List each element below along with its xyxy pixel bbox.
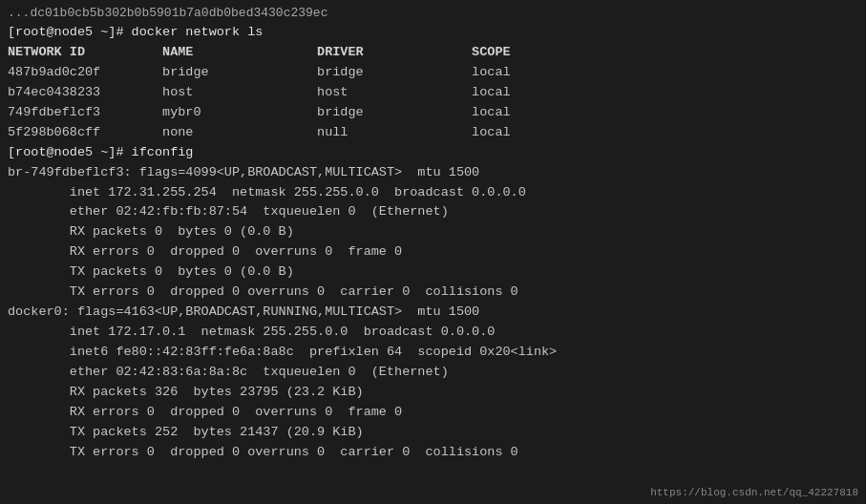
terminal-window: ...dc01b0cb5b302b0b5901b7a0db0bed3430c23… xyxy=(0,0,866,504)
iface2-inet6: inet6 fe80::42:83ff:fe6a:8a8c prefixlen … xyxy=(8,343,858,363)
iface1-txerr: TX errors 0 dropped 0 overruns 0 carrier… xyxy=(8,283,858,303)
iface2-rxerr: RX errors 0 dropped 0 overruns 0 frame 0 xyxy=(8,403,858,423)
row2: b74ec0438233 host host local xyxy=(8,83,858,103)
watermark: https://blog.csdn.net/qq_42227818 xyxy=(650,487,858,498)
hash-top-line: ...dc01b0cb5b302b0b5901b7a0db0bed3430c23… xyxy=(8,4,858,23)
iface1-inet: inet 172.31.255.254 netmask 255.255.0.0 … xyxy=(8,183,858,203)
iface1-flags: br-749fdbeflcf3: flags=4099<UP,BROADCAST… xyxy=(8,163,858,183)
hash-line: [root@node5 ~]# docker network ls xyxy=(8,23,858,43)
row3: 749fdbeflcf3 mybr0 bridge local xyxy=(8,103,858,123)
row1: 487b9ad0c20f bridge bridge local xyxy=(8,63,858,83)
iface2-tx: TX packets 252 bytes 21437 (20.9 KiB) xyxy=(8,423,858,443)
cmd2: [root@node5 ~]# ifconfig xyxy=(8,143,858,163)
iface2-ether: ether 02:42:83:6a:8a:8c txqueuelen 0 (Et… xyxy=(8,363,858,383)
iface1-tx: TX packets 0 bytes 0 (0.0 B) xyxy=(8,262,858,283)
iface2-flags: docker0: flags=4163<UP,BROADCAST,RUNNING… xyxy=(8,303,858,323)
header-line: NETWORK ID NAME DRIVER SCOPE xyxy=(8,43,858,63)
iface2-inet: inet 172.17.0.1 netmask 255.255.0.0 broa… xyxy=(8,323,858,343)
iface1-rxerr: RX errors 0 dropped 0 overruns 0 frame 0 xyxy=(8,242,858,262)
row4: 5f298b068cff none null local xyxy=(8,123,858,143)
iface1-rx: RX packets 0 bytes 0 (0.0 B) xyxy=(8,222,858,242)
iface1-ether: ether 02:42:fb:fb:87:54 txqueuelen 0 (Et… xyxy=(8,202,858,222)
iface2-txerr: TX errors 0 dropped 0 overruns 0 carrier… xyxy=(8,443,858,463)
iface2-rx: RX packets 326 bytes 23795 (23.2 KiB) xyxy=(8,383,858,403)
